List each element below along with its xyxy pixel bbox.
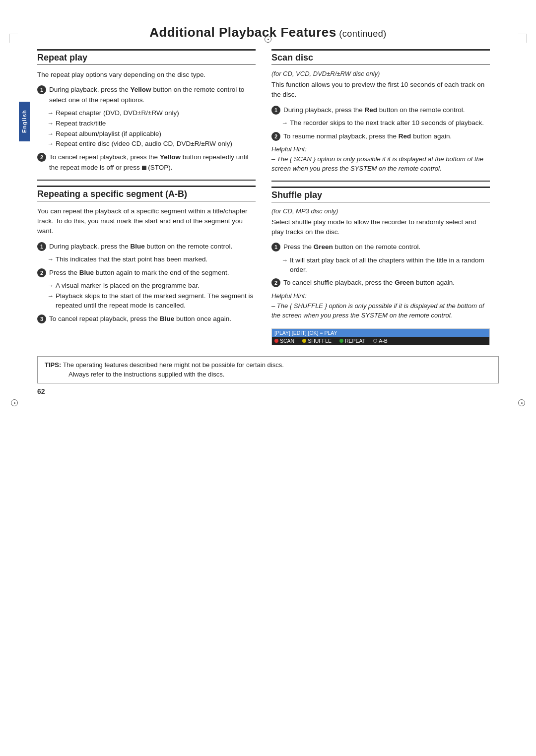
divider-2 xyxy=(271,181,490,182)
right-column: Scan disc (for CD, VCD, DVD±R/±RW disc o… xyxy=(271,49,490,345)
repeat-step-2: 2 To cancel repeat playback, press the Y… xyxy=(37,152,256,173)
scan-subtitle: (for CD, VCD, DVD±R/±RW disc only) xyxy=(271,70,490,77)
scan-intro: This function allows you to preview the … xyxy=(271,80,490,100)
shuffle-helpful-hint: Helpful Hint: – The { SHUFFLE } option i… xyxy=(271,292,490,320)
seg-step-num-3: 3 xyxy=(37,315,46,323)
shuffle-step-2-content: To cancel shuffle playback, press the Gr… xyxy=(283,278,490,288)
tips-section: TIPS: The operating features described h… xyxy=(37,356,499,383)
arrow-repeat-4: →Repeat entire disc (video CD, audio CD,… xyxy=(47,139,256,149)
arrow-scan-1: →The recorder skips to the next track af… xyxy=(281,119,490,128)
arrow-repeat-1: →Repeat chapter (DVD, DVD±R/±RW only) xyxy=(47,109,256,118)
scan-hint-body: – The { SCAN } option is only possible i… xyxy=(271,154,490,174)
dot-red-icon xyxy=(274,339,278,343)
repeat-play-intro: The repeat play options vary depending o… xyxy=(37,70,256,80)
page-number: 62 xyxy=(37,387,499,395)
corner-mark-tr xyxy=(518,34,527,43)
seg-step-num-2: 2 xyxy=(37,268,46,277)
left-column: Repeat play The repeat play options vary… xyxy=(37,49,256,345)
osd-row1: [PLAY] [EDIT] [OK] = PLAY xyxy=(272,329,489,337)
repeat-step-1: 1 During playback, press the Yellow butt… xyxy=(37,85,256,105)
two-col-layout: Repeat play The repeat play options vary… xyxy=(37,49,499,345)
content-area: Additional Playback Features (continued)… xyxy=(37,25,499,395)
scan-helpful-hint: Helpful Hint: – The { SCAN } option is o… xyxy=(271,145,490,174)
corner-mark-tl xyxy=(9,34,18,43)
scan-step-num-2: 2 xyxy=(271,132,280,141)
scan-title: Scan disc xyxy=(271,49,490,65)
shuffle-subtitle: (for CD, MP3 disc only) xyxy=(271,207,490,215)
shuffle-step-num-1: 1 xyxy=(271,243,280,252)
dot-outline-icon xyxy=(373,339,377,343)
page-wrapper: English Additional Playback Features (co… xyxy=(0,25,536,756)
osd-repeat: REPEAT xyxy=(339,338,365,344)
step-2-content: To cancel repeat playback, press the Yel… xyxy=(49,152,256,173)
scan-step-1: 1 During playback, press the Red button … xyxy=(271,105,490,115)
scan-hint-title: Helpful Hint: xyxy=(271,145,490,153)
seg-step-num-1: 1 xyxy=(37,242,46,251)
osd-bar: [PLAY] [EDIT] [OK] = PLAY SCAN SHUFFLE xyxy=(271,328,490,345)
segment-title: Repeating a specific segment (A-B) xyxy=(37,186,256,201)
shuffle-hint-body: – The { SHUFFLE } option is only possibl… xyxy=(271,301,490,320)
divider-1 xyxy=(37,180,256,181)
scan-step-1-content: During playback, press the Red button on… xyxy=(283,105,490,115)
seg-step-2-content: Press the Blue button again to mark the … xyxy=(49,268,256,278)
segment-step-2: 2 Press the Blue button again to mark th… xyxy=(37,268,256,278)
segment-step-3: 3 To cancel repeat playback, press the B… xyxy=(37,314,256,324)
arrow-shuffle-1: →It will start play back of all the chap… xyxy=(281,256,490,275)
shuffle-intro: Select shuffle play mode to allow the re… xyxy=(271,217,490,238)
language-tab: English xyxy=(19,102,30,141)
shuffle-step-2: 2 To cancel shuffle playback, press the … xyxy=(271,278,490,288)
step-num-2: 2 xyxy=(37,153,46,162)
osd-scan: SCAN xyxy=(274,338,294,344)
shuffle-step-1-content: Press the Green button on the remote con… xyxy=(283,242,490,252)
segment-step-1: 1 During playback, press the Blue button… xyxy=(37,242,256,252)
arrow-seg-1: →This indicates that the start point has… xyxy=(47,255,256,264)
dot-green-icon xyxy=(339,339,343,343)
osd-row2: SCAN SHUFFLE REPEAT A-B xyxy=(272,337,489,345)
segment-intro: You can repeat the playback of a specifi… xyxy=(37,206,256,237)
stop-symbol xyxy=(142,166,146,170)
seg-step-3-content: To cancel repeat playback, press the Blu… xyxy=(49,314,256,324)
osd-ab: A-B xyxy=(373,338,388,344)
seg-step-1-content: During playback, press the Blue button o… xyxy=(49,242,256,252)
arrow-repeat-2: →Repeat track/title xyxy=(47,119,256,128)
osd-shuffle: SHUFFLE xyxy=(302,338,332,344)
shuffle-title: Shuffle play xyxy=(271,187,490,202)
target-right xyxy=(518,399,525,406)
scan-step-num-1: 1 xyxy=(271,106,280,115)
step-num-1: 1 xyxy=(37,85,46,94)
shuffle-step-1: 1 Press the Green button on the remote c… xyxy=(271,242,490,252)
step-1-content: During playback, press the Yellow button… xyxy=(49,85,256,105)
arrow-seg-2b: →Playback skips to the start of the mark… xyxy=(47,292,256,311)
scan-step-2: 2 To resume normal playback, press the R… xyxy=(271,131,490,141)
dot-yellow-icon xyxy=(302,339,306,343)
repeat-play-title: Repeat play xyxy=(37,49,256,65)
arrow-seg-2a: →A visual marker is placed on the progra… xyxy=(47,281,256,291)
arrow-repeat-3: →Repeat album/playlist (if applicable) xyxy=(47,129,256,139)
scan-step-2-content: To resume normal playback, press the Red… xyxy=(283,131,490,141)
shuffle-step-num-2: 2 xyxy=(271,278,280,287)
shuffle-hint-title: Helpful Hint: xyxy=(271,292,490,300)
target-left xyxy=(11,399,18,406)
target-top xyxy=(265,36,271,43)
